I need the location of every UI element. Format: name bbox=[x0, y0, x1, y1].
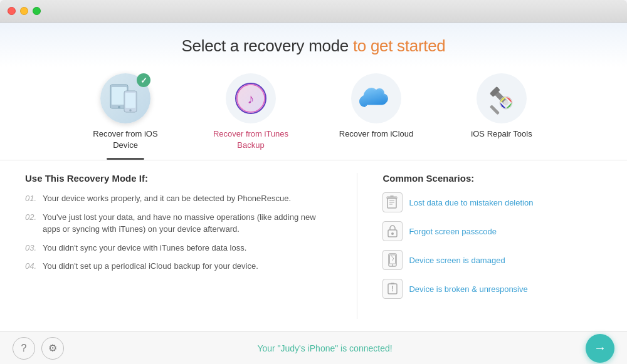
mode-icon-circle-icloud bbox=[351, 73, 401, 123]
settings-icon: ⚙ bbox=[48, 342, 57, 354]
mode-icon-wrap-icloud bbox=[351, 73, 401, 123]
mode-label-itunes: Recover from iTunes Backup bbox=[210, 128, 292, 151]
modes-row: ✓ Recover from iOS Device bbox=[0, 67, 627, 160]
common-list: Lost data due to mistaken deletion ? For… bbox=[382, 192, 602, 299]
left-column: Use This Recovery Mode If: 01. Your devi… bbox=[25, 173, 332, 331]
scenario-num-2: 02. bbox=[25, 211, 43, 236]
repair-icon bbox=[485, 81, 519, 115]
mode-icon-circle-itunes: ♪ bbox=[226, 73, 276, 123]
bottom-area: Use This Recovery Mode If: 01. Your devi… bbox=[0, 160, 627, 331]
common-text-passcode: Forgot screen passcode bbox=[409, 227, 496, 236]
deletion-icon bbox=[382, 192, 403, 212]
list-item: 04. You didn't set up a periodical iClou… bbox=[25, 260, 332, 273]
svg-point-2 bbox=[118, 106, 120, 108]
footer-left: ? ⚙ bbox=[13, 337, 64, 360]
svg-rect-15 bbox=[490, 105, 500, 115]
screen-damage-icon bbox=[382, 250, 403, 270]
scenario-text-1: Your device works properly, and it can b… bbox=[43, 192, 291, 205]
svg-rect-16 bbox=[387, 198, 396, 208]
next-arrow-icon: → bbox=[594, 341, 606, 355]
title-accent: to get started bbox=[353, 36, 446, 55]
mode-icon-wrap-ios: ✓ bbox=[100, 73, 150, 123]
scenario-text-3: You didn't sync your device with iTunes … bbox=[43, 242, 246, 254]
list-item: Device screen is damaged bbox=[382, 250, 602, 270]
svg-point-5 bbox=[129, 109, 132, 112]
close-button[interactable] bbox=[8, 7, 16, 15]
mode-repair[interactable]: iOS Repair Tools bbox=[439, 73, 564, 160]
svg-line-28 bbox=[392, 259, 394, 261]
mode-ios-device[interactable]: ✓ Recover from iOS Device bbox=[63, 73, 188, 160]
vertical-divider bbox=[357, 173, 357, 319]
broken-device-icon: ! bbox=[382, 279, 403, 299]
icloud-icon bbox=[358, 82, 394, 115]
list-item: ! Device is broken & unresponsive bbox=[382, 279, 602, 299]
maximize-button[interactable] bbox=[33, 7, 41, 15]
common-text-screen: Device screen is damaged bbox=[409, 256, 505, 265]
svg-rect-32 bbox=[391, 283, 394, 284]
list-item: Lost data due to mistaken deletion bbox=[382, 192, 602, 212]
svg-point-14 bbox=[503, 100, 508, 105]
next-button[interactable]: → bbox=[586, 334, 614, 363]
help-icon: ? bbox=[21, 343, 27, 354]
svg-text:♪: ♪ bbox=[248, 91, 255, 107]
passcode-icon: ? bbox=[382, 221, 403, 241]
scenario-num-1: 01. bbox=[25, 192, 43, 205]
scenario-num-4: 04. bbox=[25, 260, 43, 273]
svg-point-29 bbox=[392, 264, 393, 266]
mode-icon-circle-repair bbox=[477, 73, 527, 123]
minimize-button[interactable] bbox=[20, 7, 28, 15]
footer: ? ⚙ Your "Judy's iPhone" is connected! → bbox=[0, 331, 627, 364]
help-button[interactable]: ? bbox=[13, 337, 35, 360]
scenario-list: 01. Your device works properly, and it c… bbox=[25, 192, 332, 273]
connection-status: Your "Judy's iPhone" is connected! bbox=[257, 343, 392, 353]
svg-rect-4 bbox=[125, 93, 135, 108]
mode-label-repair: iOS Repair Tools bbox=[471, 128, 532, 140]
svg-rect-26 bbox=[390, 255, 396, 264]
common-text-broken: Device is broken & unresponsive bbox=[409, 284, 527, 294]
scenario-text-2: You've just lost your data, and have no … bbox=[43, 211, 332, 236]
scenario-num-3: 03. bbox=[25, 242, 43, 254]
itunes-icon: ♪ bbox=[234, 81, 268, 115]
list-item: 03. You didn't sync your device with iTu… bbox=[25, 242, 332, 254]
svg-line-27 bbox=[391, 256, 394, 259]
mode-itunes[interactable]: ♪ Recover from iTunes Backup bbox=[188, 73, 314, 160]
mode-label-ios: Recover from iOS Device bbox=[85, 128, 166, 151]
traffic-lights bbox=[8, 7, 41, 15]
common-text-deletion: Lost data due to mistaken deletion bbox=[409, 198, 533, 207]
title-bar bbox=[0, 0, 627, 23]
svg-text:!: ! bbox=[391, 284, 394, 293]
page-title: Select a recovery mode to get started bbox=[0, 36, 627, 56]
right-column: Common Scenarios: Lost data due to m bbox=[382, 173, 602, 331]
page-header: Select a recovery mode to get started bbox=[0, 23, 627, 67]
use-mode-title: Use This Recovery Mode If: bbox=[25, 173, 332, 184]
settings-button[interactable]: ⚙ bbox=[41, 337, 64, 360]
list-item: 01. Your device works properly, and it c… bbox=[25, 192, 332, 205]
list-item: ? Forgot screen passcode bbox=[382, 221, 602, 241]
common-scenarios-title: Common Scenarios: bbox=[382, 173, 602, 184]
status-text: Your "Judy's iPhone" is connected! bbox=[257, 343, 392, 353]
mode-icon-wrap-repair bbox=[477, 73, 527, 123]
mode-icon-wrap-itunes: ♪ bbox=[226, 73, 276, 123]
checkmark-badge: ✓ bbox=[137, 73, 150, 87]
mode-icloud[interactable]: Recover from iCloud bbox=[314, 73, 439, 160]
scenario-text-4: You didn't set up a periodical iCloud ba… bbox=[43, 260, 258, 273]
list-item: 02. You've just lost your data, and have… bbox=[25, 211, 332, 236]
main-content: Select a recovery mode to get started bbox=[0, 23, 627, 364]
mode-label-icloud: Recover from iCloud bbox=[339, 128, 414, 140]
